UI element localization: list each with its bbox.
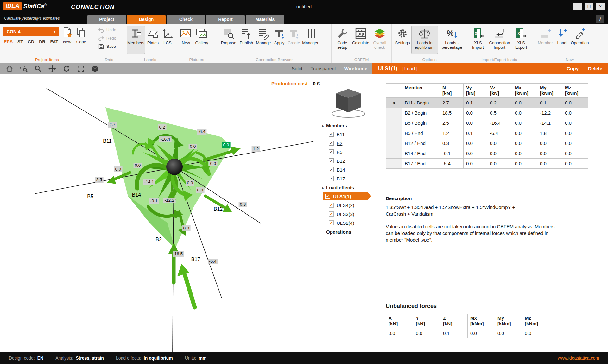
xls-export-button[interactable]: X XLS Export xyxy=(513,26,529,54)
mode-fat[interactable]: FAT xyxy=(50,39,58,44)
fit-view-icon[interactable] xyxy=(77,65,85,72)
delete-load-button[interactable]: Delete xyxy=(588,66,602,71)
mode-solid[interactable]: Solid xyxy=(292,66,302,71)
publish-button[interactable]: Publish xyxy=(238,26,255,54)
member-cell[interactable]: B11 / Begin xyxy=(402,98,440,108)
tab-materials[interactable]: Materials xyxy=(246,15,284,24)
loads-percentage-button[interactable]: % Loads - percentage xyxy=(439,26,465,54)
tab-report[interactable]: Report xyxy=(206,15,245,24)
force-value-cell[interactable]: 0.3 xyxy=(440,138,464,148)
force-value-cell[interactable]: 0.5 xyxy=(487,108,512,118)
force-value-cell[interactable]: -6.4 xyxy=(487,128,512,138)
force-value-cell[interactable]: 1.2 xyxy=(440,128,464,138)
internal-forces-table[interactable]: MemberN[kN]Vy[kN]Vz[kN]Mx[kNm]My[kNm]Mz[… xyxy=(386,83,588,169)
copy-load-button[interactable]: Copy xyxy=(567,66,579,71)
mode-wireframe[interactable]: Wireframe xyxy=(344,66,367,71)
chevron-down-icon[interactable]: ▾ xyxy=(50,27,59,36)
row-selector[interactable]: > xyxy=(386,98,402,108)
tree-header-load-effects[interactable]: ▴Load effects xyxy=(319,183,372,192)
row-selector[interactable] xyxy=(386,128,402,138)
propose-button[interactable]: Propose xyxy=(220,26,238,54)
force-value-cell[interactable]: 0.0 xyxy=(562,108,588,118)
force-row-b5-end[interactable]: B5 / End1.20.1-6.40.01.80.0 xyxy=(386,128,588,138)
zoom-window-icon[interactable] xyxy=(20,65,28,72)
row-selector[interactable] xyxy=(386,159,402,169)
redo-button[interactable]: Redo xyxy=(98,35,124,41)
tree-header-members[interactable]: ▴Members xyxy=(319,121,372,130)
members-labels-button[interactable]: Members xyxy=(127,26,145,54)
force-value-cell[interactable]: 0.0 xyxy=(562,148,588,159)
member-checkbox[interactable]: ✓ xyxy=(329,167,334,172)
save-button[interactable]: Save xyxy=(98,43,124,49)
force-value-cell[interactable]: 0.0 xyxy=(537,148,562,159)
force-value-cell[interactable]: 0.0 xyxy=(487,138,512,148)
member-checkbox[interactable]: ✓ xyxy=(329,141,334,146)
tree-header-operations[interactable]: Operations xyxy=(319,227,372,236)
tree-member-b12[interactable]: ✓B12 xyxy=(319,156,372,165)
force-value-cell[interactable]: 0.1 xyxy=(464,98,487,108)
force-value-cell[interactable]: -0.1 xyxy=(440,148,464,159)
manage-button[interactable]: Manage xyxy=(255,26,272,54)
force-value-cell[interactable]: 2.5 xyxy=(440,118,464,128)
undo-button[interactable]: Undo xyxy=(98,27,124,33)
tree-member-b2[interactable]: ✓B2 xyxy=(319,139,372,147)
home-view-icon[interactable] xyxy=(6,65,13,72)
code-setup-button[interactable]: Code setup xyxy=(334,26,351,54)
pan-icon[interactable] xyxy=(48,65,56,72)
force-value-cell[interactable]: -12.2 xyxy=(537,108,562,118)
force-row-b17-end[interactable]: B17 / End-5.40.00.00.00.00.0 xyxy=(386,159,588,169)
force-value-cell[interactable]: 18.5 xyxy=(440,108,464,118)
member-cell[interactable]: B5 / End xyxy=(402,128,440,138)
mode-dr[interactable]: DR xyxy=(39,39,45,44)
load-effect-checkbox[interactable]: ✓ xyxy=(329,211,334,217)
mode-eps[interactable]: EPS xyxy=(4,39,13,44)
row-selector[interactable] xyxy=(386,118,402,128)
plates-labels-button[interactable]: Plates xyxy=(146,26,160,54)
new-picture-button[interactable]: New xyxy=(179,26,193,54)
force-value-cell[interactable]: 0.0 xyxy=(512,138,537,148)
force-value-cell[interactable]: 0.0 xyxy=(562,128,588,138)
website-link[interactable]: www.ideastatica.com xyxy=(558,355,599,361)
force-row-b12-end[interactable]: B12 / End0.30.00.00.00.00.0 xyxy=(386,138,588,148)
tab-design[interactable]: Design xyxy=(127,15,166,24)
mode-cd[interactable]: CD xyxy=(28,39,34,44)
force-row-b11-begin[interactable]: >B11 / Begin2.70.10.20.00.10.0 xyxy=(386,98,588,108)
member-cell[interactable]: B2 / Begin xyxy=(402,108,440,118)
tree-load-effect-uls42[interactable]: ✓ULS4(2) xyxy=(319,201,372,210)
connection-import-button[interactable]: Connection Import xyxy=(487,26,513,54)
tab-project[interactable]: Project xyxy=(87,15,126,24)
member-cell[interactable]: B14 / End xyxy=(402,148,440,159)
force-value-cell[interactable]: 0.1 xyxy=(537,98,562,108)
apply-button[interactable]: Apply xyxy=(272,26,286,54)
load-effect-checkbox[interactable]: ✓ xyxy=(325,194,330,199)
solid-box-icon[interactable] xyxy=(91,65,99,72)
member-checkbox[interactable]: ✓ xyxy=(329,132,334,137)
manager-button[interactable]: Manager xyxy=(301,26,319,54)
force-value-cell[interactable]: 0.0 xyxy=(537,138,562,148)
new-member-button[interactable]: Member xyxy=(536,26,554,54)
force-value-cell[interactable]: 0.2 xyxy=(487,98,512,108)
copy-project-item-button[interactable]: Copy xyxy=(74,25,88,53)
tree-member-b11[interactable]: ✓B11 xyxy=(319,130,372,139)
tab-check[interactable]: Check xyxy=(167,15,205,24)
close-button[interactable]: × xyxy=(596,3,605,10)
member-checkbox[interactable]: ✓ xyxy=(329,149,334,154)
tree-member-b5[interactable]: ✓B5 xyxy=(319,147,372,156)
info-button[interactable]: i xyxy=(596,15,604,23)
new-operation-button[interactable]: Operation xyxy=(569,26,590,54)
force-value-cell[interactable]: 0.0 xyxy=(537,159,562,169)
tree-member-b14[interactable]: ✓B14 xyxy=(319,165,372,174)
force-value-cell[interactable]: 0.0 xyxy=(487,148,512,159)
force-value-cell[interactable]: 0.0 xyxy=(464,118,487,128)
project-item-combo[interactable]: CON-4 ▾ xyxy=(3,27,59,36)
scene-3d[interactable] xyxy=(0,74,372,352)
force-value-cell[interactable]: 2.7 xyxy=(440,98,464,108)
force-value-cell[interactable]: 0.0 xyxy=(487,159,512,169)
force-row-b14-end[interactable]: B14 / End-0.10.00.00.00.00.0 xyxy=(386,148,588,159)
load-effect-checkbox[interactable]: ✓ xyxy=(329,203,334,208)
force-value-cell[interactable]: -16.4 xyxy=(487,118,512,128)
tree-load-effect-uls11[interactable]: ✓ULS1(1) xyxy=(323,192,368,200)
member-cell[interactable]: B5 / Begin xyxy=(402,118,440,128)
loads-in-equilibrium-button[interactable]: Loads in equilibrium xyxy=(411,26,438,54)
force-row-b5-begin[interactable]: B5 / Begin2.50.0-16.40.0-14.10.0 xyxy=(386,118,588,128)
